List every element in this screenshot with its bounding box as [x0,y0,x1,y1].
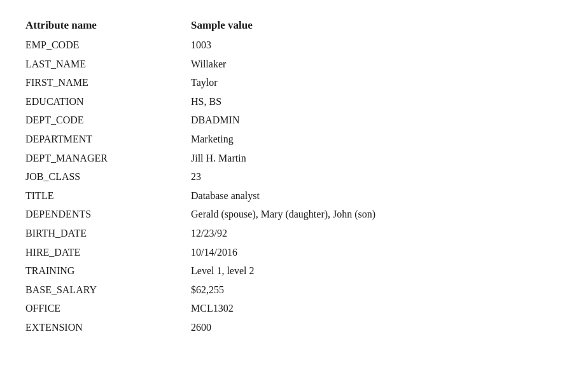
table-row: DEPT_CODE DBADMIN [25,111,563,130]
table-row: BIRTH_DATE 12/23/92 [25,224,563,243]
attribute-value: Marketing [191,131,563,148]
attribute-value: Database analyst [191,188,563,204]
attribute-value: 2600 [191,319,563,336]
attribute-name: HIRE_DATE [25,244,191,261]
attribute-name: LAST_NAME [25,56,191,73]
table-row: DEPT_MANAGERJill H. Martin [25,149,563,168]
attribute-column-header: Attribute name [25,19,191,32]
attribute-name: DEPT_MANAGER [25,150,191,167]
attribute-table: Attribute name Sample value EMP_CODE1003… [25,19,563,337]
value-column-header: Sample value [191,19,563,32]
attribute-name: EDUCATION [25,94,191,110]
attribute-name: DEPARTMENT [25,131,191,148]
attribute-value: Level 1, level 2 [191,263,563,279]
attribute-name: EMP_CODE [25,37,191,53]
attribute-name: OFFICE [25,300,191,317]
attribute-value: 10/14/2016 [191,244,563,261]
attribute-value: DBADMIN [191,112,563,128]
attribute-name: FIRST_NAME [25,74,191,91]
table-row: HIRE_DATE10/14/2016 [25,243,563,262]
attribute-value: Gerald (spouse), Mary (daughter), John (… [191,206,563,223]
table-row: TRAININGLevel 1, level 2 [25,261,563,280]
attribute-name: BIRTH_DATE [25,225,191,242]
table-rows: EMP_CODE1003LAST_NAMEWillakerFIRST_NAMET… [25,36,563,337]
table-row: JOB_CLASS23 [25,167,563,186]
attribute-name: JOB_CLASS [25,169,191,185]
attribute-name: EXTENSION [25,319,191,336]
table-row: LAST_NAMEWillaker [25,55,563,74]
attribute-name: DEPENDENTS [25,206,191,223]
attribute-value: Taylor [191,74,563,91]
attribute-value: 12/23/92 [191,225,563,242]
attribute-value: 1003 [191,37,563,53]
attribute-value: 23 [191,169,563,185]
attribute-name: TRAINING [25,263,191,279]
table-row: TITLE Database analyst [25,186,563,205]
table-row: DEPENDENTSGerald (spouse), Mary (daughte… [25,205,563,224]
attribute-value: MCL1302 [191,300,563,317]
table-row: DEPARTMENTMarketing [25,130,563,149]
table-row: EMP_CODE1003 [25,36,563,55]
attribute-name: DEPT_CODE [25,112,191,128]
table-row: FIRST_NAMETaylor [25,73,563,92]
attribute-value: Willaker [191,56,563,73]
table-row: OFFICE MCL1302 [25,299,563,318]
table-row: BASE_SALARY $62,255 [25,280,563,300]
attribute-name: BASE_SALARY [25,282,191,298]
attribute-name: TITLE [25,188,191,204]
table-row: EXTENSION 2600 [25,318,563,337]
attribute-value: $62,255 [191,282,563,298]
attribute-value: Jill H. Martin [191,150,563,167]
attribute-value: HS, BS [191,94,563,110]
table-header: Attribute name Sample value [25,19,563,32]
table-row: EDUCATIONHS, BS [25,92,563,111]
